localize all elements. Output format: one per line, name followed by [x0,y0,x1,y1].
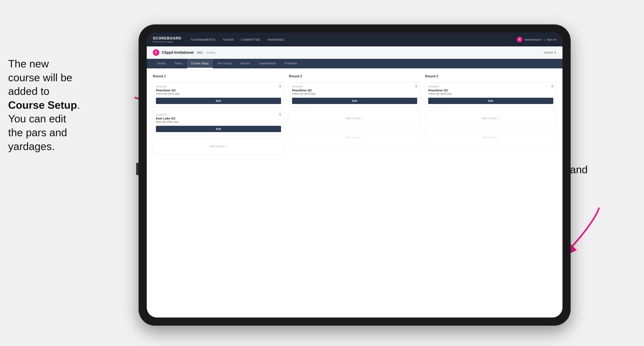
nav-logo-sub: Powered by clippd [153,40,182,43]
round-3-title: Round 3 [425,74,556,78]
round-3-add-course-button-2: Add Course + [425,130,556,145]
round-3-add-course-plus-icon: + [498,117,500,120]
tournament-hosting: Hosting [206,51,215,54]
round-2-title: Round 2 [289,74,420,78]
user-email: blair@clippd.io [524,38,542,41]
round-3-course-a-detail: Yellow (M) (6629 yds) [428,92,553,95]
tournament-gender-badge: Men [196,51,204,54]
round-3-add-course-label: Add Course [482,117,497,120]
round-1-course-a-delete-icon[interactable]: 🗑 [278,84,282,88]
tab-leaderboards[interactable]: Leaderboards [254,59,280,68]
tab-results[interactable]: Results [236,59,254,68]
round-2-add-course-label-2: Add Course [346,136,361,139]
round-1-course-b-card: 🗑 (Course B) East Lake GC Black (M) (689… [153,110,284,135]
cancel-button[interactable]: Cancel ✕ [544,51,556,54]
round-2-add-course-button-2: Add Course + [289,130,420,145]
round-3-column: Round 3 🗑 (Course A) Peachtree GC Yellow… [425,74,556,154]
round-2-add-course-label: Add Course [346,117,361,120]
nav-bar: SCOREBOARD Powered by clippd TOURNAMENTS… [147,32,562,46]
tournament-header: C Clippd Invitational Men Hosting Cancel… [147,46,562,59]
round-3-course-a-label: (Course A) [428,85,553,88]
nav-link-committee[interactable]: COMMITTEE [238,36,264,43]
round-2-course-a-name: Peachtree GC [292,89,417,92]
user-avatar: B [517,37,522,42]
round-1-course-b-delete-icon[interactable]: 🗑 [278,113,282,116]
round-1-course-b-edit-button[interactable]: Edit [156,126,281,132]
round-3-course-a-card: 🗑 (Course A) Peachtree GC Yellow (M) (66… [425,82,556,107]
nav-link-teams[interactable]: TEAMS [220,36,237,43]
nav-link-rankings[interactable]: RANKINGS [264,36,288,43]
tablet-side-button [136,163,138,175]
round-3-course-a-edit-button[interactable]: Edit [428,98,553,104]
tabs-bar: Details Teams Course Setup Tee Groups Re… [147,59,562,68]
nav-links: TOURNAMENTS TEAMS COMMITTEE RANKINGS [188,36,517,43]
round-3-add-course-button[interactable]: Add Course + [425,110,556,126]
tablet-screen: SCOREBOARD Powered by clippd TOURNAMENTS… [147,32,562,318]
tab-printables[interactable]: Printables [281,59,302,68]
round-2-course-a-card: 🗑 (Course A) Peachtree GC Yellow (M) (66… [289,82,420,107]
round-3-course-a-delete-icon[interactable]: 🗑 [551,84,554,88]
round-2-course-a-detail: Yellow (M) (6629 yds) [292,92,417,95]
rounds-grid: Round 1 🗑 (Course A) Peachtree GC Yellow… [147,68,562,160]
left-annotation: The new course will be added to Course S… [8,57,126,153]
round-2-course-a-delete-icon[interactable]: 🗑 [415,84,418,88]
tournament-title-row: C Clippd Invitational Men Hosting [153,49,215,56]
round-1-course-a-detail: Yellow (M) (6629 yds) [156,92,281,95]
tablet-frame: SCOREBOARD Powered by clippd TOURNAMENTS… [138,24,571,326]
round-1-course-a-label: (Course A) [156,85,281,88]
round-2-add-course-plus-icon: + [362,117,364,120]
round-2-add-course-plus-icon-2: + [362,136,364,139]
nav-separator: | [544,38,544,41]
tab-course-setup[interactable]: Course Setup [187,59,213,68]
round-3-add-course-plus-icon-2: + [498,136,500,139]
tab-tee-groups[interactable]: Tee Groups [213,59,236,68]
round-2-course-a-edit-button[interactable]: Edit [292,98,417,104]
round-1-add-course-button[interactable]: Add Course + [153,138,284,154]
round-1-course-a-name: Peachtree GC [156,89,281,92]
round-2-course-a-label: (Course A) [292,85,417,88]
round-2-add-course-button[interactable]: Add Course + [289,110,420,126]
round-2-column: Round 2 🗑 (Course A) Peachtree GC Yellow… [289,74,420,154]
tab-teams[interactable]: Teams [170,59,187,68]
tournament-logo: C [153,49,159,56]
nav-logo: SCOREBOARD Powered by clippd [153,36,182,43]
round-1-add-course-label: Add Course [210,145,224,148]
nav-right: B blair@clippd.io | Sign out [517,37,556,42]
round-1-course-a-edit-button[interactable]: Edit [156,98,281,104]
round-1-course-b-label: (Course B) [156,113,281,116]
nav-logo-text: SCOREBOARD [153,36,182,40]
round-1-course-b-name: East Lake GC [156,117,281,120]
round-3-add-course-label-2: Add Course [482,136,497,139]
cancel-x-icon: ✕ [554,51,556,54]
round-1-course-a-card: 🗑 (Course A) Peachtree GC Yellow (M) (66… [153,82,284,107]
tournament-name: Clippd Invitational [162,50,194,55]
round-3-course-a-name: Peachtree GC [428,89,553,92]
round-1-column: Round 1 🗑 (Course A) Peachtree GC Yellow… [153,74,284,154]
tab-details[interactable]: Details [153,59,170,68]
round-1-course-b-detail: Black (M) (6891 yds) [156,121,281,123]
sign-out-link[interactable]: Sign out [546,38,556,41]
round-1-title: Round 1 [153,74,284,78]
nav-link-tournaments[interactable]: TOURNAMENTS [188,36,219,43]
round-1-add-course-plus-icon: + [226,145,228,148]
